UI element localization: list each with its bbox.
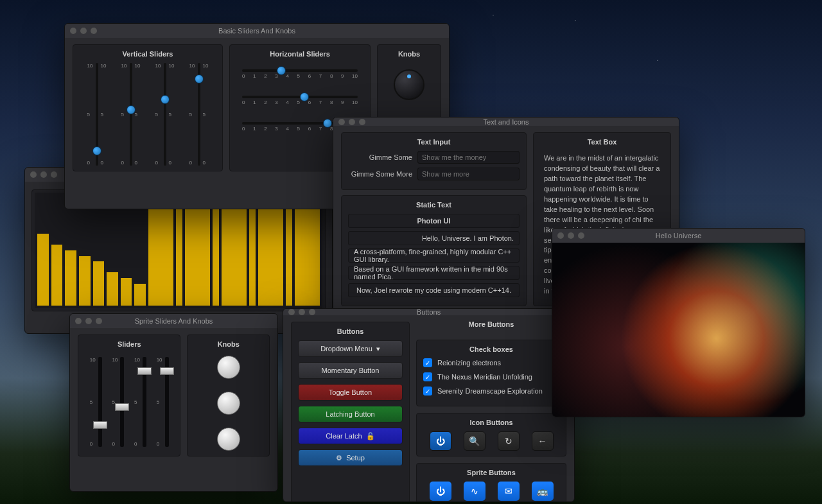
clear-latch-button[interactable]: Clear Latch 🔓 [298, 428, 403, 444]
static-line: A cross-platform, fine-grained, highly m… [348, 248, 520, 263]
zoom-icon[interactable] [578, 232, 584, 239]
close-icon[interactable] [557, 232, 564, 239]
minimize-icon[interactable] [40, 171, 47, 178]
sprite-vslider-1[interactable]: 1050 [90, 357, 102, 447]
traffic-lights[interactable] [338, 119, 365, 125]
traffic-lights[interactable] [288, 309, 315, 315]
sprite-wave-button[interactable]: ∿ [464, 482, 485, 501]
sprite-power-button[interactable]: ⏻ [430, 482, 451, 501]
check-icon: ✓ [423, 358, 432, 367]
window-title: Hello Universe [552, 232, 805, 239]
sprite-buttons-title: Sprite Buttons [423, 469, 559, 476]
window-title: Basic Sliders And Knobs [65, 27, 449, 35]
textbox-title: Text Box [540, 138, 664, 146]
vslider-2[interactable]: 1050 1050 [121, 63, 141, 166]
traffic-lights[interactable] [75, 318, 102, 324]
static-line: Based on a GUI framework written in the … [348, 266, 520, 280]
white-knob-3[interactable] [217, 428, 240, 451]
buttons-titlebar[interactable]: Buttons [283, 309, 574, 315]
minimize-icon[interactable] [568, 232, 574, 239]
hello-universe-window[interactable]: Hello Universe [552, 228, 805, 417]
window-title: Text and Icons [333, 118, 679, 126]
check-icon: ✓ [423, 387, 432, 395]
sprite-vslider-4[interactable]: 1050 [157, 357, 169, 447]
text-input-1[interactable] [417, 151, 520, 164]
close-icon[interactable] [30, 171, 37, 178]
sprite-transport-button[interactable]: 🚌 [532, 482, 554, 501]
close-icon[interactable] [288, 309, 295, 315]
more-buttons-title: More Buttons [416, 320, 566, 328]
dropdown-button[interactable]: Dropdown Menu ▾ [298, 340, 403, 357]
aligns-bars [35, 193, 322, 308]
setup-button[interactable]: ⚙ Setup [298, 449, 403, 466]
input-row-2: Gimme Some More [348, 168, 520, 180]
checkboxes-title: Check boxes [423, 345, 559, 353]
vslider-1[interactable]: 1050 1050 [87, 63, 107, 166]
nebula-image [552, 243, 805, 417]
hello-titlebar[interactable]: Hello Universe [552, 229, 805, 243]
vslider-4[interactable]: 1050 1050 [189, 63, 209, 166]
text-input-title: Text Input [348, 138, 520, 146]
icon-buttons-title: Icon Buttons [423, 419, 559, 426]
traffic-lights[interactable] [557, 232, 584, 239]
chevron-down-icon: ▾ [376, 345, 380, 353]
static-line: Hello, Universe. I am Photon. [348, 231, 520, 245]
check-icon: ✓ [423, 372, 432, 381]
minimize-icon[interactable] [299, 309, 305, 315]
gear-icon: ⚙ [336, 454, 342, 462]
static-heading: Photon UI [348, 214, 520, 228]
toggle-button[interactable]: Toggle Button [298, 384, 403, 401]
buttons-panel-title: Buttons [298, 327, 403, 335]
sprite-sliders-title: Sliders [85, 340, 173, 348]
unlock-icon: 🔓 [366, 432, 375, 440]
back-icon-button[interactable]: ← [532, 431, 554, 451]
window-title: Buttons [283, 308, 574, 316]
traffic-lights[interactable] [70, 28, 97, 34]
knob-1[interactable] [394, 69, 424, 100]
buttons-window[interactable]: Buttons Buttons Dropdown Menu ▾ Momentar… [283, 308, 575, 502]
zoom-icon[interactable] [309, 309, 315, 315]
latching-button[interactable]: Latching Button [298, 406, 403, 422]
close-icon[interactable] [70, 28, 76, 34]
zoom-icon[interactable] [96, 318, 102, 324]
text-titlebar[interactable]: Text and Icons [333, 117, 679, 126]
input-label: Gimme Some More [348, 170, 412, 178]
horizontal-sliders-title: Horizontal Sliders [236, 50, 363, 58]
checkbox-3[interactable]: ✓ Serenity Dreamscape Exploration [423, 387, 559, 395]
input-row-1: Gimme Some [348, 151, 520, 164]
knobs-title: Knobs [398, 50, 420, 58]
hslider-1[interactable]: 012345678910 [242, 69, 358, 79]
zoom-icon[interactable] [51, 171, 57, 178]
refresh-icon-button[interactable]: ↻ [498, 431, 520, 451]
text-input-2[interactable] [417, 168, 520, 180]
zoom-icon[interactable] [359, 119, 365, 125]
hslider-2[interactable]: 012345678910 [242, 96, 358, 105]
close-icon[interactable] [338, 119, 345, 125]
static-line: Now, Joel rewrote my code using modern C… [348, 283, 520, 297]
sprite-knobs-title: Knobs [194, 340, 263, 348]
white-knob-2[interactable] [217, 392, 240, 415]
minimize-icon[interactable] [85, 318, 92, 324]
sprite-mail-button[interactable]: ✉ [498, 482, 520, 501]
momentary-button[interactable]: Momentary Button [298, 362, 403, 379]
input-label: Gimme Some [348, 153, 412, 161]
vertical-sliders-title: Vertical Sliders [80, 50, 216, 58]
white-knob-1[interactable] [217, 356, 240, 379]
checkbox-2[interactable]: ✓ The Nexus Meridian Unfolding [423, 372, 559, 381]
sprite-sliders-window[interactable]: Sprite Sliders And Knobs Sliders 1050 10… [69, 313, 278, 492]
vslider-3[interactable]: 1050 1050 [155, 63, 175, 166]
zoom-icon[interactable] [91, 28, 97, 34]
search-icon-button[interactable]: 🔍 [464, 431, 485, 451]
power-icon-button[interactable]: ⏻ [430, 431, 451, 451]
sprite-vslider-3[interactable]: 1050 [134, 357, 146, 447]
checkbox-1[interactable]: ✓ Reionizing electrons [423, 358, 559, 367]
minimize-icon[interactable] [80, 28, 87, 34]
sprite-titlebar[interactable]: Sprite Sliders And Knobs [70, 314, 277, 328]
traffic-lights[interactable] [30, 171, 57, 178]
static-text-title: Static Text [348, 201, 520, 209]
basic-titlebar[interactable]: Basic Sliders And Knobs [65, 24, 449, 38]
close-icon[interactable] [75, 318, 82, 324]
sprite-vslider-2[interactable]: 1050 [112, 357, 124, 447]
minimize-icon[interactable] [349, 119, 355, 125]
